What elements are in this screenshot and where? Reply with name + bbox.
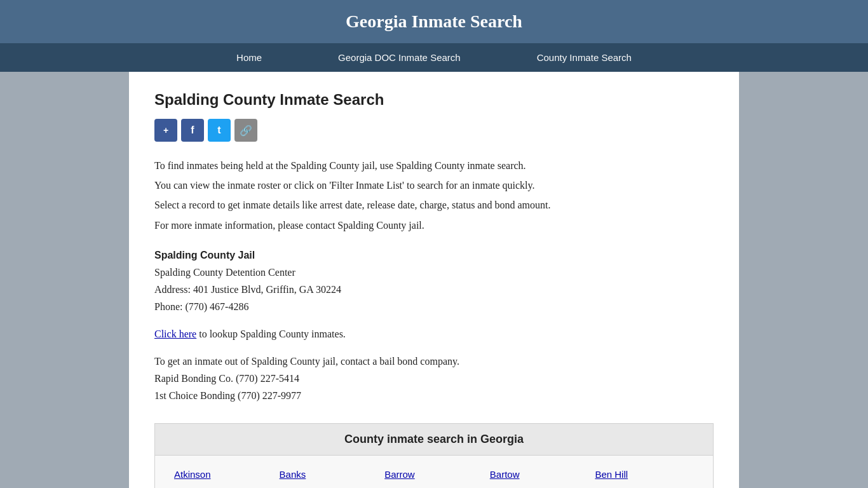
click-here-link[interactable]: Click here [154,329,196,339]
county-link-bartow[interactable]: Bartow [490,466,589,484]
share-button[interactable]: + [154,119,177,142]
social-share-bar: + f t 🔗 [154,119,714,142]
desc-line-2: You can view the inmate roster or click … [154,177,714,194]
site-title: Georgia Inmate Search [13,11,855,32]
bail-line-2: Rapid Bonding Co. (770) 227-5414 [154,370,714,387]
county-link-ben-hill[interactable]: Ben Hill [595,466,694,484]
page-title: Spalding County Inmate Search [154,91,714,109]
nav-doc-search[interactable]: Georgia DOC Inmate Search [300,43,499,72]
main-nav: Home Georgia DOC Inmate Search County In… [0,43,868,72]
click-here-rest: to lookup Spalding County inmates. [196,329,346,339]
jail-phone: Phone: (770) 467-4286 [154,298,714,315]
site-header: Georgia Inmate Search [0,0,868,43]
click-here-line: Click here to lookup Spalding County inm… [154,329,714,340]
main-content: Spalding County Inmate Search + f t 🔗 To… [129,72,739,488]
description-block: To find inmates being held at the Spaldi… [154,157,714,234]
bail-info-block: To get an inmate out of Spalding County … [154,353,714,405]
county-section-title: County inmate search in Georgia [155,424,713,456]
county-section: County inmate search in Georgia Atkinson… [154,423,714,488]
nav-home[interactable]: Home [198,43,300,72]
jail-facility: Spalding County Detention Center [154,264,714,281]
county-link-barrow[interactable]: Barrow [384,466,484,484]
jail-title: Spalding County Jail [154,247,714,264]
county-grid: AtkinsonBanksBarrowBartowBen HillBerrien… [155,466,713,488]
desc-line-1: To find inmates being held at the Spaldi… [154,157,714,174]
bail-line-1: To get an inmate out of Spalding County … [154,353,714,370]
desc-line-3: Select a record to get inmate details li… [154,196,714,214]
facebook-button[interactable]: f [181,119,204,142]
nav-county-search[interactable]: County Inmate Search [499,43,670,72]
copy-link-button[interactable]: 🔗 [234,119,257,142]
jail-address: Address: 401 Justice Blvd, Griffin, GA 3… [154,281,714,298]
desc-line-4: For more inmate information, please cont… [154,217,714,234]
jail-info-block: Spalding County Jail Spalding County Det… [154,247,714,316]
county-link-banks[interactable]: Banks [280,466,379,484]
bail-line-3: 1st Choice Bonding (770) 227-9977 [154,387,714,404]
county-link-atkinson[interactable]: Atkinson [174,466,273,484]
twitter-button[interactable]: t [208,119,231,142]
